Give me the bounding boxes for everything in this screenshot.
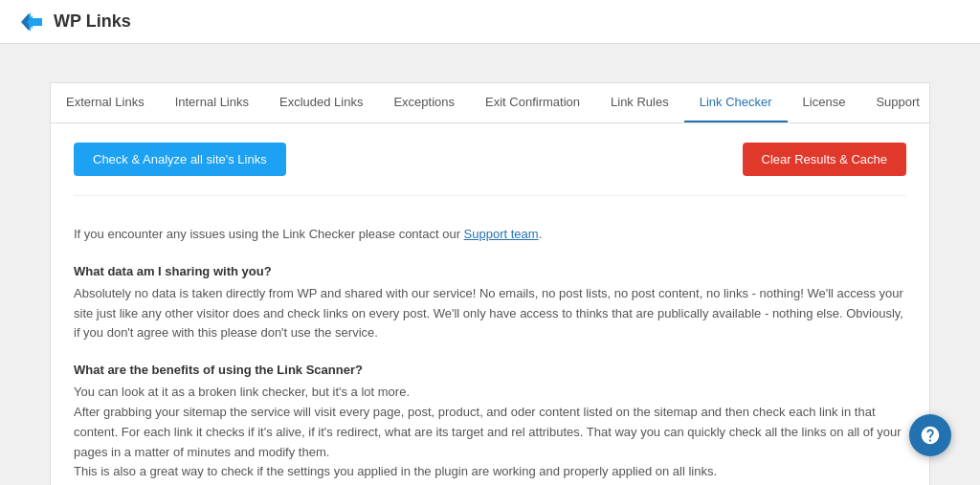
actions-row: Check & Analyze all site's Links Clear R…	[74, 143, 906, 196]
logo-text: WP Links	[54, 11, 131, 32]
tab-internal-links[interactable]: Internal Links	[160, 83, 264, 122]
logo-icon	[19, 9, 46, 35]
logo: WP Links	[19, 9, 131, 35]
section-benefits-body: You can look at it as a broken link chec…	[74, 383, 906, 482]
tab-external-links[interactable]: External Links	[51, 83, 160, 122]
section-what-data-body: Absolutely no data is taken directly fro…	[74, 284, 906, 343]
clear-results-button[interactable]: Clear Results & Cache	[743, 143, 907, 176]
tab-support[interactable]: Support	[860, 83, 935, 122]
tab-excluded-links[interactable]: Excluded Links	[264, 83, 378, 122]
support-team-link[interactable]: Support team	[464, 227, 539, 241]
floating-help-button[interactable]	[909, 414, 951, 456]
benefits-line-2: After grabbing your sitemap the service …	[74, 405, 902, 459]
intro-text: If you encounter any issues using the Li…	[74, 225, 906, 245]
tab-exit-confirmation[interactable]: Exit Confirmation	[470, 83, 595, 122]
check-analyze-button[interactable]: Check & Analyze all site's Links	[74, 143, 286, 176]
tab-link-rules[interactable]: Link Rules	[595, 83, 684, 122]
help-icon	[920, 425, 941, 446]
tab-license[interactable]: License	[788, 83, 861, 122]
section-benefits-title: What are the benefits of using the Link …	[74, 363, 906, 377]
tab-exceptions[interactable]: Exceptions	[378, 83, 470, 122]
benefits-line-3: This is also a great way to check if the…	[74, 464, 717, 478]
section-what-data-title: What data am I sharing with you?	[74, 264, 906, 278]
app-header: WP Links	[0, 0, 980, 44]
section-what-data: What data am I sharing with you? Absolut…	[74, 264, 906, 343]
benefits-line-1: You can look at it as a broken link chec…	[74, 385, 410, 399]
main-content: Check & Analyze all site's Links Clear R…	[50, 123, 930, 485]
section-benefits: What are the benefits of using the Link …	[74, 363, 906, 482]
tabs-navigation: External Links Internal Links Excluded L…	[50, 82, 930, 123]
tab-link-checker[interactable]: Link Checker	[684, 83, 788, 122]
